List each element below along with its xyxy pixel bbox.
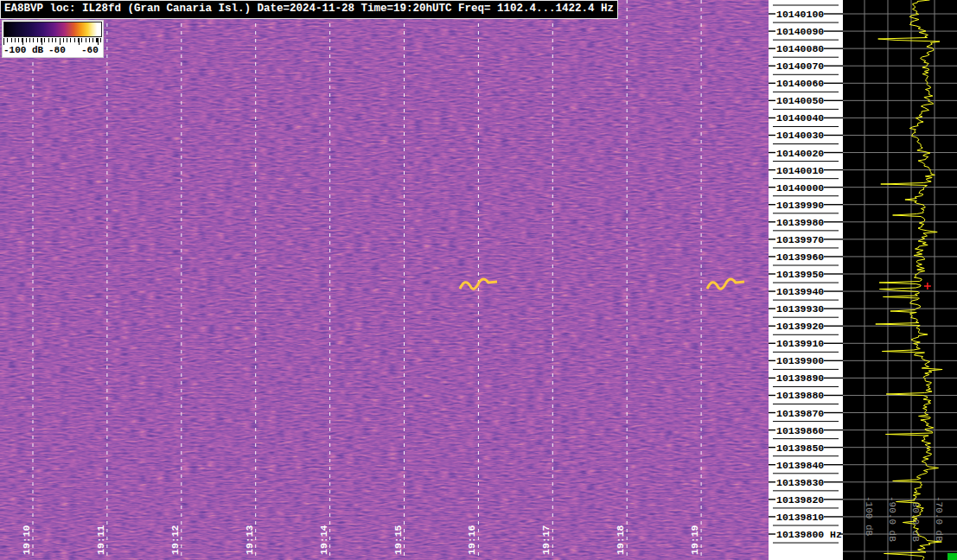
time-label: 19:12 (169, 525, 181, 555)
freq-label: 10140080 (776, 43, 824, 54)
freq-label: 10139910 (776, 338, 824, 349)
freq-label: 10139930 (776, 303, 824, 315)
colorbar-tick-ruler (3, 38, 102, 45)
time-label: 19:11 (95, 525, 106, 555)
freq-label: 10139940 (776, 286, 824, 297)
freq-label: 10140010 (776, 165, 824, 176)
colorbar-labels: -100 dB -80 -60 (3, 45, 102, 56)
db-label: -70.0 dB (934, 496, 944, 542)
freq-label: 10139800 Hz (776, 529, 842, 540)
colorbar-label-mid: -80 (48, 45, 66, 55)
waterfall-panel: 19:1019:1119:1219:1319:1419:1519:1619:17… (0, 0, 769, 560)
freq-scale-and-spectrum: 1014010010140090101400801014007010140060… (769, 0, 957, 560)
time-label: 19:18 (615, 525, 626, 555)
freq-label: 10140060 (776, 78, 824, 89)
freq-label: 10139830 (776, 477, 824, 488)
time-label: 19:13 (244, 525, 255, 555)
spectrum-panel-bg (843, 0, 957, 560)
freq-label: 10139960 (776, 251, 824, 263)
time-label: 19:19 (689, 525, 700, 555)
noise-background (0, 0, 769, 560)
freq-label: 10139950 (776, 269, 824, 280)
header-bar: EA8BVP loc: IL28fd (Gran Canaria Isl.) D… (0, 0, 618, 19)
time-label: 19:10 (21, 525, 32, 555)
time-label: 19:16 (466, 525, 477, 555)
freq-label: 10140050 (776, 95, 824, 106)
freq-label: 10139880 (776, 390, 824, 401)
freq-label: 10140100 (776, 9, 824, 20)
freq-label: 10139980 (776, 217, 824, 228)
freq-label: 10139970 (776, 234, 824, 245)
header-text: EA8BVP loc: IL28fd (Gran Canaria Isl.) D… (4, 3, 614, 15)
freq-label: 10139860 (776, 425, 824, 436)
time-label: 19:17 (540, 525, 552, 555)
colorbar-label-max: -60 (81, 45, 99, 55)
freq-label: 10140000 (776, 182, 824, 194)
status-indicator (947, 553, 957, 560)
waterfall-spectrogram: 19:1019:1119:1219:1319:1419:1519:1619:17… (0, 0, 769, 560)
colorbar-gradient (3, 22, 102, 37)
freq-label: 10140070 (776, 60, 824, 72)
freq-label: 10139900 (776, 355, 824, 366)
time-label: 19:15 (392, 525, 404, 555)
freq-label: 10139850 (776, 442, 824, 454)
freq-label: 10139990 (776, 200, 824, 211)
freq-label: 10139890 (776, 372, 824, 384)
colorbar-legend: -100 dB -80 -60 (2, 20, 104, 58)
db-label: -90.0 dB (887, 496, 897, 542)
freq-label: 10139810 (776, 512, 824, 523)
freq-label: 10140030 (776, 130, 824, 141)
time-label: 19:14 (318, 525, 329, 555)
freq-label: 10139920 (776, 321, 824, 332)
freq-label: 10140020 (776, 148, 824, 159)
colorbar-label-min: -100 dB (3, 45, 43, 55)
freq-label: 10139870 (776, 408, 824, 419)
freq-label: 10139840 (776, 460, 824, 471)
freq-label: 10140040 (776, 112, 824, 124)
db-label: -100 dB (864, 496, 874, 537)
qrss-grabber-screen: 19:1019:1119:1219:1319:1419:1519:1619:17… (0, 0, 957, 560)
freq-label: 10139820 (776, 494, 824, 506)
freq-label: 10140090 (776, 26, 824, 37)
